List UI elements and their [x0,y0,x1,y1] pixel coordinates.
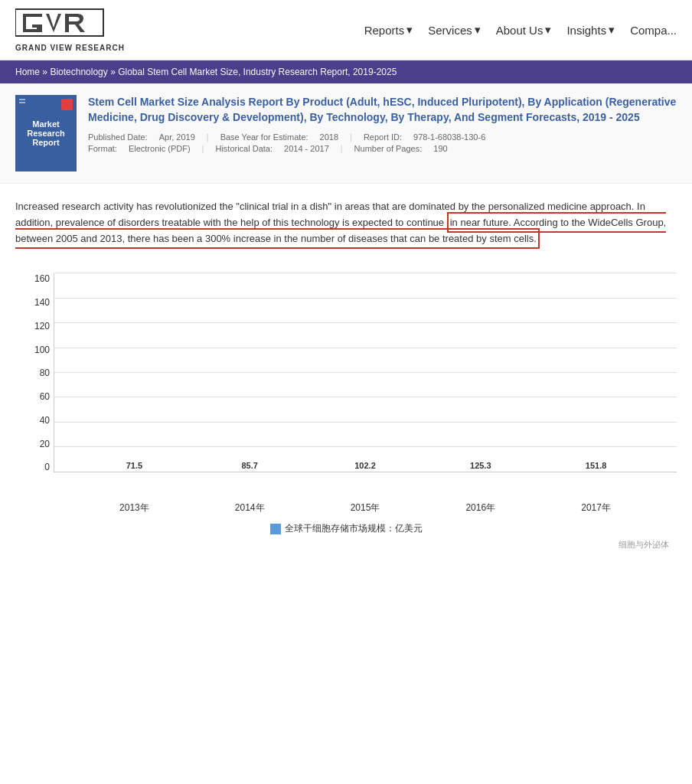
y-label-20: 20 [15,439,50,449]
nav-compass[interactable]: Compa... [630,24,677,37]
content-area: Increased research activity has revoluti… [0,184,692,266]
logo-area: GRAND VIEW RESEARCH [15,8,125,52]
y-label-120: 120 [15,321,50,332]
y-label-100: 100 [15,345,50,355]
bars-container: 71.5 85.7 102.2 125.3 151.8 [54,273,677,472]
x-label-2014: 2014年 [192,501,308,514]
thumbnail-line3: Report [32,138,59,147]
y-label-60: 60 [15,391,50,402]
chart-container: 0 20 40 60 80 100 120 140 160 71.5 [0,266,692,566]
legend-text: 全球干细胞存储市场规模：亿美元 [285,522,423,535]
y-label-80: 80 [15,368,50,378]
base-year-value: 2018 [320,132,338,142]
report-thumbnail: Market Research Report [15,95,77,172]
x-label-2013: 2013年 [77,501,192,514]
breadcrumb-biotech[interactable]: Biotechnology [50,67,107,77]
main-nav: Reports ▾ Services ▾ About Us ▾ Insights… [364,23,677,37]
historical-value: 2014 - 2017 [284,144,329,153]
nav-reports[interactable]: Reports ▾ [364,23,413,37]
y-label-40: 40 [15,415,50,426]
format-label: Format: [88,144,117,153]
chevron-down-icon: ▾ [475,23,481,37]
y-label-160: 160 [15,273,50,284]
report-card: Market Research Report Stem Cell Market … [0,83,692,184]
svg-marker-1 [46,14,61,32]
bar-value-2016: 125.3 [470,461,491,470]
nav-about[interactable]: About Us ▾ [496,23,552,37]
logo-text: GRAND VIEW RESEARCH [15,44,125,52]
bar-value-2014: 85.7 [241,461,257,470]
watermark: 细胞与外泌体 [15,539,677,550]
bar-group-2017: 151.8 [538,461,654,472]
published-label: Published Date: [88,132,148,142]
bar-group-2016: 125.3 [423,461,538,472]
breadcrumb-sep2: » [110,67,116,77]
bar-group-2013: 71.5 [77,461,192,472]
bar-group-2015: 102.2 [308,461,423,472]
y-label-0: 0 [15,462,50,472]
chevron-down-icon: ▾ [609,23,615,37]
chart-legend: 全球干细胞存储市场规模：亿美元 [15,522,677,535]
report-info: Stem Cell Market Size Analysis Report By… [88,95,677,155]
chart-area: 0 20 40 60 80 100 120 140 160 71.5 [15,273,677,518]
description-text: Increased research activity has revoluti… [15,199,677,247]
nav-services[interactable]: Services ▾ [428,23,481,37]
pages-label: Number of Pages: [354,144,423,153]
breadcrumb-home[interactable]: Home [15,67,40,77]
thumbnail-line1: Market [32,119,59,129]
y-axis-labels: 0 20 40 60 80 100 120 140 160 [15,273,50,472]
breadcrumb-page: Global Stem Cell Market Size, Industry R… [118,67,397,77]
nav-insights[interactable]: Insights ▾ [566,23,615,37]
published-value: Apr, 2019 [159,132,195,142]
pages-value: 190 [433,144,447,153]
report-meta-row-1: Published Date: Apr, 2019 | Base Year fo… [88,132,677,142]
thumbnail-line2: Research [27,129,65,138]
logo-icon [15,8,107,42]
legend-box-icon [270,524,281,534]
x-axis-labels: 2013年 2014年 2015年 2016年 2017年 [54,501,677,514]
watermark-text: 细胞与外泌体 [619,540,669,549]
breadcrumb-sep1: » [42,67,47,77]
breadcrumb: Home » Biotechnology » Global Stem Cell … [0,60,692,83]
x-label-2017: 2017年 [538,501,654,514]
header: GRAND VIEW RESEARCH Reports ▾ Services ▾… [0,0,692,60]
bar-group-2014: 85.7 [192,461,308,472]
x-label-2016: 2016年 [423,501,538,514]
chevron-down-icon: ▾ [545,23,551,37]
report-id-value: 978-1-68038-130-6 [413,132,485,142]
historical-label: Historical Data: [215,144,273,153]
report-id-label: Report ID: [364,132,402,142]
report-meta-row-2: Format: Electronic (PDF) | Historical Da… [88,144,677,153]
chevron-down-icon: ▾ [406,23,413,37]
y-label-140: 140 [15,297,50,308]
format-value: Electronic (PDF) [129,144,191,153]
base-year-label: Base Year for Estimate: [220,132,308,142]
bar-value-2013: 71.5 [126,461,142,470]
bar-value-2015: 102.2 [354,461,376,470]
bar-value-2017: 151.8 [586,461,607,470]
x-label-2015: 2015年 [308,501,423,514]
report-title: Stem Cell Market Size Analysis Report By… [88,95,677,125]
